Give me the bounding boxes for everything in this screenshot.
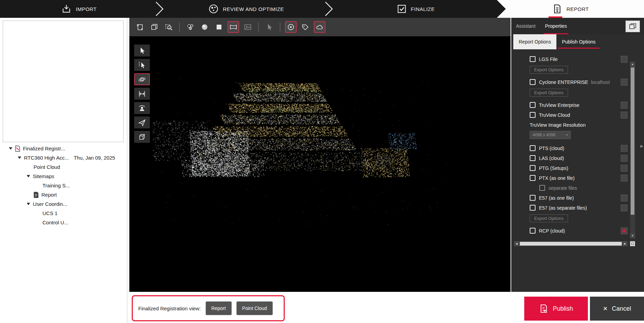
options-vertical-scrollbar[interactable]: ▲ ▼ — [630, 62, 635, 238]
show-labels-button[interactable] — [299, 21, 311, 33]
e57-separate-checkbox[interactable] — [530, 205, 536, 211]
lgs-file-row: LGS File — [530, 54, 628, 64]
subtab-publish-options[interactable]: Publish Options — [556, 34, 601, 49]
truview-cloud-checkbox[interactable] — [530, 112, 536, 118]
scrollbar-corner-button[interactable] — [630, 241, 635, 246]
options-horizontal-scrollbar[interactable]: ◀ ▶ — [514, 241, 628, 246]
truview-cloud-settings-button[interactable] — [621, 112, 628, 119]
cascade-windows-button[interactable] — [149, 21, 160, 33]
zoom-to-region-button[interactable] — [163, 21, 175, 33]
tree-item-point-cloud[interactable]: Point Cloud — [0, 162, 126, 172]
scroll-up-arrow[interactable]: ▲ — [630, 62, 635, 67]
separate-files-checkbox[interactable] — [539, 185, 545, 191]
properties-panel: Assistant Properties Report Options Publ… — [511, 18, 644, 292]
vertical-scroll-thumb[interactable] — [631, 67, 634, 215]
tree-item-label: UCS 1 — [42, 210, 57, 216]
tree-item-sitemaps[interactable]: Sitemaps — [0, 172, 126, 181]
publish-button-label: Publish — [553, 305, 573, 312]
cyclone-enterprise-checkbox[interactable] — [530, 79, 536, 85]
stage-finalize[interactable]: FINALIZE — [334, 0, 497, 18]
rcp-row: RCP (cloud) — [530, 226, 628, 236]
export-options-button[interactable]: Export Options — [530, 66, 568, 74]
pick-mode-button[interactable] — [263, 21, 275, 33]
truview-enterprise-checkbox[interactable] — [530, 102, 536, 108]
tab-assistant[interactable]: Assistant — [511, 18, 540, 34]
lgs-file-checkbox[interactable] — [530, 56, 536, 62]
tree-item-training-s[interactable]: Training S... — [0, 181, 126, 190]
measure-tool-button[interactable] — [134, 88, 150, 100]
stage-report[interactable]: REPORT — [497, 0, 644, 18]
ptg-settings-button[interactable] — [621, 165, 628, 172]
finalize-icon — [397, 4, 407, 14]
pts-checkbox[interactable] — [530, 145, 536, 151]
tab-properties[interactable]: Properties — [540, 18, 572, 34]
show-setups-button[interactable] — [285, 21, 297, 33]
panorama-view-button[interactable] — [228, 21, 239, 33]
stage-import[interactable]: IMPORT — [0, 0, 158, 18]
truview-enterprise-settings-button[interactable] — [621, 102, 628, 109]
flat-mode-button[interactable] — [213, 21, 225, 33]
e57-one-file-settings-button[interactable] — [621, 195, 628, 201]
tree-item-rtc360[interactable]: RTC360 High Acc... Thu, Jan 09, 2025 — [0, 153, 126, 162]
orbit-tool-button[interactable] — [134, 73, 150, 85]
caret-down-icon[interactable] — [27, 175, 30, 177]
ptx-settings-button[interactable] — [621, 175, 628, 182]
layout-switcher-button[interactable] — [626, 21, 640, 32]
e57-separate-settings-button[interactable] — [621, 204, 628, 211]
las-settings-button[interactable] — [621, 155, 628, 162]
tree-item-label: Finalized Registr... — [23, 146, 65, 151]
multi-select-tool-button[interactable] — [134, 59, 150, 71]
pts-label: PTS (cloud) — [539, 146, 564, 151]
fly-tool-button[interactable] — [134, 116, 150, 128]
tree-item-finalized-registration[interactable]: Finalized Registr... — [0, 144, 126, 153]
pts-settings-button[interactable] — [621, 145, 628, 152]
select-tool-button[interactable] — [134, 45, 150, 57]
scroll-left-arrow[interactable]: ◀ — [514, 241, 519, 246]
show-point-clouds-button[interactable] — [314, 21, 325, 33]
tree-item-user-coordinates[interactable]: User Coordin... — [0, 199, 126, 209]
review-icon — [208, 4, 219, 14]
panel-expand-arrow[interactable]: ▶ — [641, 144, 643, 148]
las-checkbox[interactable] — [530, 155, 536, 161]
report-view-button[interactable]: Report — [206, 301, 232, 315]
viewport-toolbar — [129, 18, 511, 36]
separate-files-label: separate files — [549, 185, 577, 191]
layout-windows-icon — [629, 23, 636, 30]
export-options-button[interactable]: Export Options — [530, 214, 568, 222]
shaded-mode-button[interactable] — [199, 21, 210, 33]
scroll-right-arrow[interactable]: ▶ — [622, 241, 628, 246]
cyclone-enterprise-row: Cyclone ENTERPRISE localhost — [530, 77, 628, 87]
image-view-button[interactable] — [242, 21, 254, 33]
tree-item-control-u[interactable]: Control U... — [0, 218, 126, 227]
ptx-checkbox[interactable] — [530, 175, 536, 181]
e57-one-file-checkbox[interactable] — [530, 195, 536, 201]
stage-review-and-optimize[interactable]: REVIEW AND OPTIMIZE — [165, 0, 327, 18]
3d-viewport[interactable] — [129, 36, 511, 292]
export-options-button[interactable]: Export Options — [530, 89, 568, 97]
subtab-report-options[interactable]: Report Options — [513, 34, 556, 49]
e57-export-options-row: Export Options — [530, 213, 628, 224]
caret-down-icon[interactable] — [9, 147, 12, 150]
rcp-checkbox[interactable] — [530, 228, 536, 234]
caret-down-icon[interactable] — [18, 157, 21, 159]
publish-button[interactable]: Publish — [524, 297, 588, 321]
view-cube-tool-button[interactable] — [134, 131, 150, 143]
tree-item-report[interactable]: Report — [0, 190, 126, 199]
panel-tab-row: Assistant Properties — [511, 18, 644, 34]
cyclone-enterprise-settings-button[interactable] — [621, 79, 628, 86]
rcp-settings-button[interactable] — [621, 227, 628, 234]
horizontal-scroll-thumb[interactable] — [520, 242, 622, 246]
cancel-button[interactable]: ✕ Cancel — [590, 297, 644, 321]
tree-item-ucs1[interactable]: UCS 1 — [0, 209, 126, 218]
copy-sitemap-button[interactable] — [134, 21, 146, 33]
lgs-file-settings-button[interactable] — [621, 56, 628, 63]
tree-item-label: Sitemaps — [33, 173, 54, 179]
point-color-mode-button[interactable] — [184, 21, 196, 33]
point-cloud-view-button[interactable]: Point Cloud — [236, 301, 273, 315]
setup-view-tool-button[interactable] — [134, 102, 150, 114]
ptg-checkbox[interactable] — [530, 165, 536, 171]
truview-resolution-dropdown[interactable]: 4096 x 4096 ▾ — [530, 131, 571, 139]
report-file-icon — [34, 192, 39, 198]
caret-down-icon[interactable] — [27, 203, 30, 205]
scroll-down-arrow[interactable]: ▼ — [630, 233, 635, 238]
